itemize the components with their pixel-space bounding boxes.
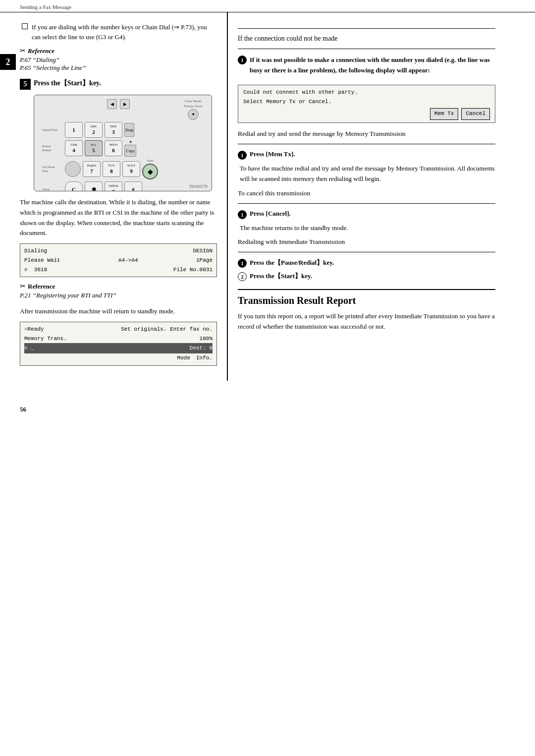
key-5: JKL 5	[85, 140, 103, 156]
key-7: PQRS 7	[83, 161, 101, 177]
start-key: ◆	[142, 164, 158, 179]
copy-key: Copy	[124, 145, 136, 157]
key-on-hook	[65, 161, 81, 177]
key-4: GHI 4	[65, 140, 83, 156]
press-pause-redial-step: 1 Press the【Pause/Redial】key.	[238, 258, 495, 268]
press-start-label: Press the【Start】key.	[250, 272, 312, 281]
ref-link-line: P.65 “Selecting the Line”	[20, 64, 217, 72]
separator-cancel	[238, 203, 495, 204]
reference-icon-1: ✂	[20, 47, 26, 55]
section2-area: 2 If you are dialing with the number key…	[20, 22, 217, 366]
error-display-box: Could not connect with other party. Sele…	[238, 85, 495, 123]
step-circle-1: 1	[238, 56, 247, 64]
step-5-number: 5	[20, 79, 31, 90]
error-line-1: Could not connect with other party.	[243, 88, 490, 98]
press-start-step: 2 Press the【Start】key.	[238, 272, 495, 281]
checkbox-icon	[22, 23, 28, 29]
press-cancel-step: 1 Press [Cancel].	[238, 210, 495, 219]
report-body: If you turn this report on, a report wil…	[238, 311, 495, 332]
display-dialing: Dialing	[24, 246, 47, 256]
press-start-circle: 2	[238, 272, 247, 281]
press-pause-redial-circle: 1	[238, 259, 247, 268]
mem-tx-btn: Mem Tx	[430, 108, 459, 120]
display-box-ready: ○Ready Set originals. Enter fax no. Memo…	[20, 322, 217, 366]
ref-head-1: ✂ Reference	[20, 47, 217, 55]
cancel-section-title: To cancel this transmission	[238, 189, 495, 197]
separator-redialing	[238, 252, 495, 252]
left-column: 2 If you are dialing with the number key…	[0, 12, 228, 381]
display-100pct: 100%	[200, 334, 213, 344]
checkbox-text: If you are dialing with the number keys …	[32, 22, 217, 42]
ref-link-dialing: P.67 “Dialing”	[20, 56, 217, 64]
ref-link-rti: P.21 “Registering your RTI and TTI”	[20, 291, 217, 299]
display-memory-trans: Memory Trans.	[24, 334, 67, 344]
key-0: OPER 0	[105, 181, 122, 191]
display-1page: 1Page	[196, 256, 213, 265]
keyboard-image: ◀ ▶ Clear Mode/ Energy Saver ● Speed D	[34, 95, 212, 191]
checkbox-item-chain-dial: If you are dialing with the number keys …	[20, 22, 217, 42]
display-set-originals: Set originals. Enter fax no.	[121, 325, 213, 334]
separator-redial	[238, 144, 495, 144]
display-ready-row1: ○Ready Set originals. Enter fax no.	[24, 325, 213, 334]
body-text-calls-destination: The machine calls the destination. While…	[20, 197, 217, 238]
main-content: 2 If you are dialing with the number key…	[0, 12, 535, 401]
key-1: 1	[65, 122, 83, 138]
press-mem-tx-step: 1 Press [Mem Tx].	[238, 150, 495, 160]
keyboard-inner: ◀ ▶ Clear Mode/ Energy Saver ● Speed D	[34, 95, 212, 191]
keyboard-model-label: TKSS027N	[189, 184, 208, 189]
key-6: MNO 6	[105, 140, 122, 156]
redial-section-title: Redial and try and send the message by M…	[238, 130, 495, 138]
nav-key-right: ▶	[120, 99, 130, 109]
key-star: ✱	[85, 181, 103, 191]
reference-section-2: ✂ Reference P.21 “Registering your RTI a…	[20, 282, 217, 299]
step-5-heading: 5 Press the【Start】key.	[20, 79, 217, 90]
page-wrapper: Sending a Fax Message 2 If you are diali…	[0, 0, 535, 756]
press-pause-redial-label: Press the【Pause/Redial】key.	[250, 258, 334, 267]
press-mem-tx-label: Press [Mem Tx].	[250, 150, 295, 158]
report-section: Transmission Result Report If you turn t…	[238, 289, 495, 332]
key-hash: #	[124, 181, 142, 191]
press-mem-tx-body: To have the machine redial and try and s…	[238, 164, 495, 184]
page-number: 56	[0, 401, 535, 418]
reference-section-1: ✂ Reference P.67 “Dialing” P.65 “Selecti…	[20, 47, 217, 72]
step-5-label: Press the【Start】key.	[34, 79, 101, 88]
key-8: TUV 8	[103, 161, 120, 177]
ref-head-2: ✂ Reference	[20, 282, 217, 291]
display-ready-row4: Mode Info.	[24, 353, 213, 363]
key-2: ABC 2	[85, 122, 103, 138]
step-connection-failed: 1 If it was not possible to make a conne…	[238, 55, 495, 81]
display-a4: A4->A4	[118, 256, 138, 265]
display-row-2: Please Wait A4->A4 1Page	[24, 256, 213, 265]
report-title: Transmission Result Report	[238, 289, 495, 306]
press-cancel-body: The machine returns to the standby mode.	[238, 223, 495, 233]
error-line-2: Select Memory Tx or Cancel.	[243, 97, 490, 107]
section-2-badge: 2	[0, 54, 16, 70]
ref-title-1: Reference	[28, 47, 54, 55]
nav-key-left: ◀	[107, 99, 117, 109]
header-bar: Sending a Fax Message	[0, 0, 535, 12]
press-cancel-label: Press [Cancel].	[250, 210, 291, 218]
display-mode-btn: Mode	[177, 353, 190, 363]
display-design: DESIGN	[193, 246, 213, 256]
display-dest: Dest: 0	[190, 344, 213, 353]
display-fax-cursor: ✆ _	[24, 344, 34, 353]
reference-icon-2: ✂	[20, 282, 26, 291]
display-file-no: File No.0031	[173, 265, 213, 275]
separator-top	[238, 28, 495, 29]
clear-mode-key: ●	[188, 109, 199, 120]
body-text-return-standby: After transmission the machine will retu…	[20, 306, 217, 317]
press-cancel-circle: 1	[238, 210, 247, 219]
error-display-buttons: Mem Tx Cancel	[243, 108, 490, 120]
press-mem-tx-circle: 1	[238, 151, 247, 160]
display-row-3: ✆ 3618 File No.0031	[24, 265, 213, 275]
display-ready-row2: Memory Trans. 100%	[24, 334, 213, 344]
display-please-wait: Please Wait	[24, 256, 60, 265]
display-ready: ○Ready	[24, 325, 44, 334]
display-info-btn: Info.	[196, 353, 213, 363]
key-c: C	[65, 181, 83, 191]
ref-title-2: Reference	[28, 283, 55, 291]
key-3: DEF 3	[105, 122, 122, 138]
separator-after-title	[238, 49, 495, 49]
header-title: Sending a Fax Message	[20, 4, 71, 10]
section-title-connection-failed: If the connection could not be made	[238, 35, 495, 43]
